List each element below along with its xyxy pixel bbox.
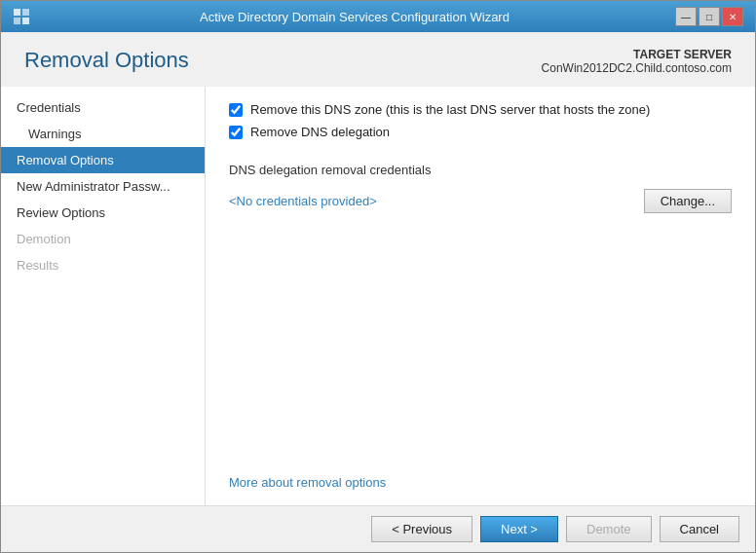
maximize-button[interactable]: □ [699, 7, 720, 26]
target-server-name: ConWin2012DC2.Child.contoso.com [542, 61, 732, 75]
cancel-button[interactable]: Cancel [660, 516, 739, 542]
remove-dns-delegation-label: Remove DNS delegation [250, 125, 390, 139]
remove-dns-delegation-checkbox[interactable] [229, 126, 243, 139]
checkbox-row-2: Remove DNS delegation [229, 125, 732, 139]
target-server-info: TARGET SERVER ConWin2012DC2.Child.contos… [542, 48, 732, 75]
sidebar-item-removal-options[interactable]: Removal Options [1, 147, 205, 173]
remove-dns-zone-label: Remove this DNS zone (this is the last D… [250, 102, 650, 117]
no-credentials-text: <No credentials provided> [229, 194, 377, 208]
title-bar: Active Directory Domain Services Configu… [1, 1, 755, 32]
next-button[interactable]: Next > [480, 516, 558, 542]
dns-delegation-section-label: DNS delegation removal credentials [229, 163, 732, 177]
remove-dns-zone-checkbox[interactable] [229, 103, 243, 117]
svg-rect-2 [14, 18, 20, 24]
checkbox-row-1: Remove this DNS zone (this is the last D… [229, 102, 732, 117]
header-area: Removal Options TARGET SERVER ConWin2012… [1, 32, 755, 87]
main-panel: Remove this DNS zone (this is the last D… [206, 87, 755, 505]
minimize-button[interactable]: — [675, 7, 697, 26]
target-server-label: TARGET SERVER [542, 48, 732, 61]
more-about-removal-options-link[interactable]: More about removal options [229, 460, 732, 490]
close-button[interactable]: ✕ [722, 7, 743, 26]
change-button[interactable]: Change... [644, 189, 732, 213]
footer: < Previous Next > Demote Cancel [1, 505, 755, 552]
sidebar-item-demotion: Demotion [1, 226, 205, 252]
window-controls: — □ ✕ [675, 7, 743, 26]
app-icon [13, 6, 34, 27]
sidebar: Credentials Warnings Removal Options New… [1, 87, 206, 505]
sidebar-item-new-admin-password[interactable]: New Administrator Passw... [1, 173, 205, 200]
previous-button[interactable]: < Previous [371, 516, 472, 542]
window-title: Active Directory Domain Services Configu… [34, 10, 675, 24]
svg-rect-1 [22, 9, 29, 16]
sidebar-item-credentials[interactable]: Credentials [1, 94, 205, 121]
sidebar-item-results: Results [1, 252, 205, 278]
svg-rect-0 [14, 9, 20, 16]
page-title: Removal Options [24, 48, 189, 73]
credentials-row: <No credentials provided> Change... [229, 189, 732, 213]
main-window: Active Directory Domain Services Configu… [0, 0, 756, 553]
demote-button[interactable]: Demote [566, 516, 652, 542]
sidebar-item-warnings[interactable]: Warnings [1, 121, 205, 147]
svg-rect-3 [22, 18, 29, 24]
main-content: Credentials Warnings Removal Options New… [1, 87, 755, 505]
sidebar-item-review-options[interactable]: Review Options [1, 200, 205, 226]
